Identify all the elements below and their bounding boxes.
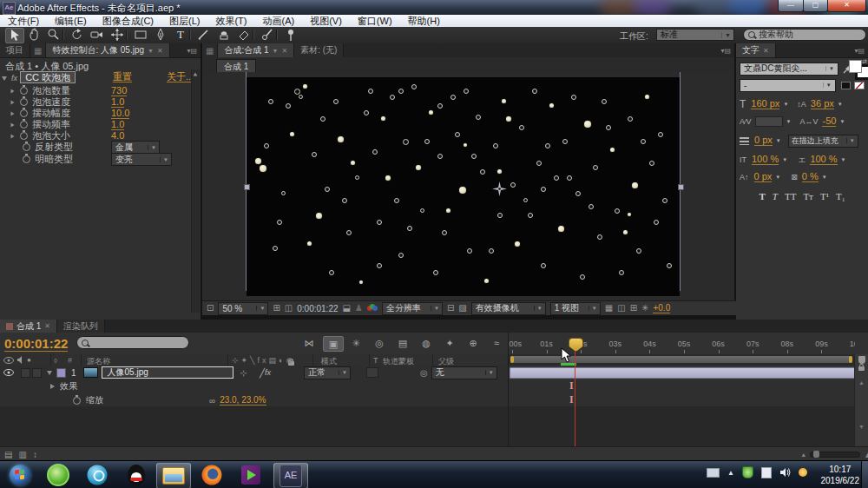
- chevron-down-icon[interactable]: ▼: [160, 157, 171, 162]
- stopwatch-icon[interactable]: [20, 87, 28, 95]
- frame-blending-icon[interactable]: ▤: [393, 336, 412, 350]
- chevron-down-icon[interactable]: ▼: [783, 102, 788, 107]
- font-family-dropdown[interactable]: 文鼎DC黄阳尖...▼: [740, 63, 838, 76]
- exposure-reset-icon[interactable]: ✳: [641, 302, 648, 314]
- panel-menu-icon[interactable]: ▾▤: [717, 43, 734, 57]
- taskbar-video-player[interactable]: [81, 463, 114, 487]
- eraser-tool[interactable]: [235, 28, 253, 42]
- tab-timeline-comp[interactable]: 合成 1 ✕: [0, 320, 57, 333]
- roto-brush-tool[interactable]: [259, 28, 276, 42]
- stopwatch-icon[interactable]: [23, 143, 30, 151]
- effects-group-label[interactable]: 效果: [60, 380, 77, 392]
- chevron-down-icon[interactable]: ▼: [148, 145, 159, 150]
- start-button[interactable]: [3, 463, 36, 487]
- timeline-divider[interactable]: [508, 333, 509, 446]
- taskbar-firefox[interactable]: [195, 463, 228, 487]
- swap-fill-stroke-icon[interactable]: ⇄: [862, 58, 867, 65]
- property-value[interactable]: 1.0: [111, 120, 124, 130]
- stopwatch-icon[interactable]: [23, 155, 30, 163]
- close-icon[interactable]: ✕: [44, 322, 50, 330]
- camera-dropdown[interactable]: 有效摄像机▼: [471, 302, 546, 315]
- flowchart-icon[interactable]: ⊞: [630, 302, 637, 314]
- layer-track[interactable]: [509, 366, 855, 380]
- small-caps-button[interactable]: Tᴛ: [799, 191, 817, 201]
- chevron-down-icon[interactable]: ▼: [841, 157, 846, 162]
- scale-value[interactable]: 23.0, 23.0%: [220, 395, 266, 406]
- property-value[interactable]: 4.0: [111, 131, 124, 142]
- tray-expand-icon[interactable]: ▲: [727, 469, 734, 477]
- chevron-down-icon[interactable]: ▼: [838, 102, 843, 107]
- layer-twirl-icon[interactable]: [47, 371, 52, 375]
- view-layout-dropdown[interactable]: 1 视图▼: [550, 302, 601, 315]
- twirl-closed-icon[interactable]: [11, 100, 15, 104]
- close-icon[interactable]: ✕: [157, 47, 163, 55]
- scroll-up-icon[interactable]: ▲: [855, 379, 868, 386]
- hand-tool[interactable]: [25, 28, 43, 42]
- tray-notes-icon[interactable]: [761, 467, 772, 478]
- auto-keyframe-icon[interactable]: ⊕: [464, 336, 483, 350]
- timeline-search-input[interactable]: [76, 336, 189, 349]
- close-icon[interactable]: ✕: [763, 47, 769, 55]
- no-fill-icon[interactable]: [854, 82, 865, 89]
- layer-quality-icon[interactable]: ⊹: [240, 368, 247, 378]
- minimize-button[interactable]: —: [778, 0, 804, 12]
- show-snapshot-icon[interactable]: ♟: [355, 302, 363, 314]
- all-caps-button[interactable]: TT: [781, 191, 799, 201]
- effect-dropdown-row[interactable]: 反射类型金属▼: [10, 142, 201, 153]
- track-matte-box[interactable]: [366, 367, 378, 378]
- brush-tool[interactable]: [195, 28, 213, 42]
- stroke-style-dropdown[interactable]: 在描边上填充▼: [788, 135, 858, 148]
- motion-blur-icon[interactable]: ◍: [417, 336, 436, 350]
- zoom-slider-thumb[interactable]: [813, 451, 819, 458]
- tab-footage[interactable]: 素材: (无): [294, 43, 344, 57]
- viewer-pasteboard[interactable]: [202, 72, 734, 301]
- maximize-button[interactable]: ▢: [803, 0, 828, 12]
- region-of-interest-icon[interactable]: ◫: [285, 302, 293, 314]
- layer-fx-icon[interactable]: fx: [265, 368, 271, 377]
- show-desktop-button[interactable]: [861, 461, 868, 488]
- snapshot-camera-icon[interactable]: ⬓: [343, 302, 351, 314]
- twirl-open-icon[interactable]: [2, 76, 7, 81]
- layer-anchor-point-icon[interactable]: [492, 181, 507, 196]
- leading-value[interactable]: 36 px: [811, 99, 834, 109]
- help-search-input[interactable]: 搜索帮助: [743, 29, 866, 41]
- puppet-pin-tool[interactable]: [282, 28, 299, 42]
- rotation-tool[interactable]: [69, 28, 86, 42]
- twirl-closed-icon[interactable]: [11, 89, 15, 93]
- safe-margins-icon[interactable]: ⊞: [273, 302, 279, 314]
- layer-name[interactable]: 人像05.jpg: [102, 366, 233, 379]
- chevron-down-icon[interactable]: ▼: [775, 175, 780, 180]
- menu-item-1[interactable]: 编辑(E): [47, 16, 95, 27]
- chevron-down-icon[interactable]: ▼: [273, 48, 279, 54]
- twirl-closed-icon[interactable]: [50, 384, 55, 389]
- tab-render-queue[interactable]: 渲染队列: [57, 320, 105, 333]
- composition-canvas[interactable]: [247, 77, 680, 296]
- font-style-dropdown[interactable]: -▼: [740, 79, 836, 92]
- current-time-indicator-line[interactable]: [575, 343, 575, 446]
- chevron-down-icon[interactable]: ▼: [822, 175, 827, 180]
- layer-edge-handle[interactable]: [678, 184, 684, 190]
- layer-row[interactable]: 1 人像05.jpg ⊹ ╱ fx 正常▼ ◎ 无▼: [0, 366, 509, 380]
- shy-layers-icon[interactable]: ◎: [370, 336, 389, 350]
- lock-icon[interactable]: [858, 366, 865, 371]
- effect-panel-scrollbar[interactable]: [191, 69, 200, 313]
- parent-pickwhip-icon[interactable]: ◎: [420, 368, 428, 378]
- chevron-down-icon[interactable]: ▼: [782, 157, 787, 162]
- tray-volume-icon[interactable]: [779, 467, 791, 478]
- always-preview-icon[interactable]: ⊡: [207, 302, 214, 314]
- layer-visibility-eye-icon[interactable]: [3, 369, 14, 376]
- workspace-dropdown[interactable]: 标准 ▼: [656, 29, 734, 41]
- resolution-dropdown[interactable]: 全分辨率▼: [382, 302, 443, 315]
- selection-tool[interactable]: [5, 28, 24, 43]
- taskbar-after-effects[interactable]: AE: [273, 463, 308, 488]
- scroll-down-icon[interactable]: ▼: [855, 424, 868, 430]
- zoom-level-dropdown[interactable]: 50 %▼: [218, 302, 268, 315]
- faux-bold-button[interactable]: T: [755, 191, 768, 201]
- stopwatch-icon[interactable]: [20, 121, 28, 129]
- layer-label-color[interactable]: [56, 368, 66, 378]
- menu-item-8[interactable]: 帮助(H): [400, 16, 448, 27]
- fill-color-swatch[interactable]: [849, 60, 862, 73]
- taskbar-potplayer[interactable]: [234, 463, 267, 487]
- zoom-out-mountain-icon[interactable]: ▲: [800, 452, 806, 458]
- blend-mode-dropdown[interactable]: 正常▼: [304, 366, 351, 379]
